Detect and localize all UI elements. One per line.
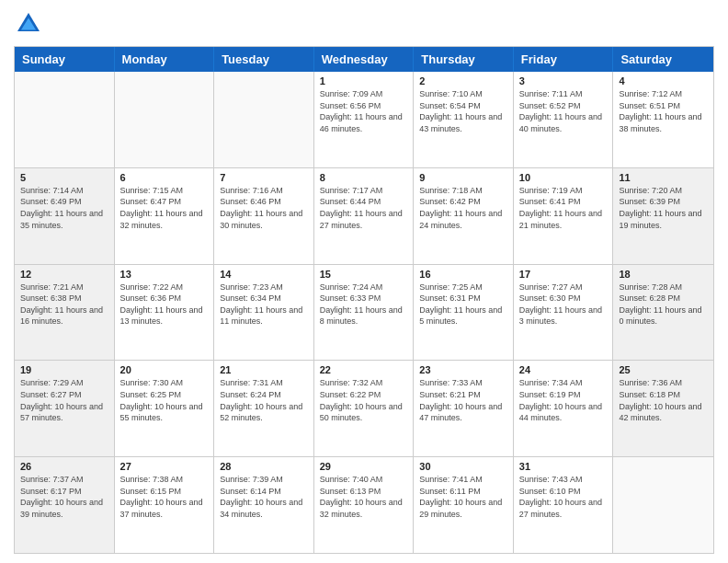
cell-info: Sunrise: 7:34 AM Sunset: 6:19 PM Dayligh… — [519, 377, 608, 423]
cell-info: Sunrise: 7:16 AM Sunset: 6:46 PM Dayligh… — [220, 185, 308, 231]
day-cell-31: 31Sunrise: 7:43 AM Sunset: 6:10 PM Dayli… — [514, 457, 614, 553]
cell-info: Sunrise: 7:09 AM Sunset: 6:56 PM Dayligh… — [320, 88, 408, 134]
day-cell-25: 25Sunrise: 7:36 AM Sunset: 6:18 PM Dayli… — [613, 361, 713, 456]
day-cell-28: 28Sunrise: 7:39 AM Sunset: 6:14 PM Dayli… — [214, 457, 314, 553]
day-number: 29 — [320, 461, 408, 472]
day-number: 24 — [519, 364, 608, 375]
day-header-thursday: Thursday — [414, 47, 514, 72]
day-number: 17 — [519, 269, 608, 280]
cell-info: Sunrise: 7:14 AM Sunset: 6:49 PM Dayligh… — [20, 185, 108, 231]
cell-info: Sunrise: 7:27 AM Sunset: 6:30 PM Dayligh… — [519, 282, 608, 327]
page: SundayMondayTuesdayWednesdayThursdayFrid… — [0, 0, 728, 563]
cell-info: Sunrise: 7:39 AM Sunset: 6:14 PM Dayligh… — [220, 474, 308, 520]
day-number: 1 — [320, 75, 408, 86]
day-cell-4: 4Sunrise: 7:12 AM Sunset: 6:51 PM Daylig… — [613, 72, 713, 167]
day-cell-27: 27Sunrise: 7:38 AM Sunset: 6:15 PM Dayli… — [115, 457, 215, 553]
day-cell-24: 24Sunrise: 7:34 AM Sunset: 6:19 PM Dayli… — [514, 361, 614, 456]
empty-cell-0-2 — [214, 72, 314, 167]
day-number: 21 — [220, 364, 308, 375]
cell-info: Sunrise: 7:36 AM Sunset: 6:18 PM Dayligh… — [619, 377, 708, 423]
day-number: 15 — [320, 269, 408, 280]
empty-cell-0-0 — [15, 72, 115, 167]
cell-info: Sunrise: 7:30 AM Sunset: 6:25 PM Dayligh… — [120, 377, 209, 423]
cell-info: Sunrise: 7:25 AM Sunset: 6:31 PM Dayligh… — [419, 282, 507, 327]
day-header-wednesday: Wednesday — [314, 47, 415, 72]
cell-info: Sunrise: 7:43 AM Sunset: 6:10 PM Dayligh… — [519, 474, 608, 520]
cell-info: Sunrise: 7:20 AM Sunset: 6:39 PM Dayligh… — [619, 185, 708, 231]
cell-info: Sunrise: 7:22 AM Sunset: 6:36 PM Dayligh… — [120, 282, 209, 327]
day-header-friday: Friday — [514, 47, 614, 72]
cell-info: Sunrise: 7:12 AM Sunset: 6:51 PM Dayligh… — [619, 88, 708, 134]
day-header-sunday: Sunday — [15, 47, 115, 72]
day-number: 12 — [20, 269, 108, 280]
day-number: 23 — [419, 364, 507, 375]
day-cell-7: 7Sunrise: 7:16 AM Sunset: 6:46 PM Daylig… — [214, 168, 314, 264]
day-cell-10: 10Sunrise: 7:19 AM Sunset: 6:41 PM Dayli… — [514, 168, 614, 264]
day-number: 27 — [120, 461, 209, 472]
cell-info: Sunrise: 7:38 AM Sunset: 6:15 PM Dayligh… — [120, 474, 209, 520]
day-cell-2: 2Sunrise: 7:10 AM Sunset: 6:54 PM Daylig… — [414, 72, 514, 167]
day-number: 6 — [120, 172, 209, 183]
day-cell-6: 6Sunrise: 7:15 AM Sunset: 6:47 PM Daylig… — [115, 168, 215, 264]
day-cell-18: 18Sunrise: 7:28 AM Sunset: 6:28 PM Dayli… — [613, 265, 713, 361]
day-number: 8 — [320, 172, 408, 183]
day-number: 18 — [619, 269, 708, 280]
day-cell-19: 19Sunrise: 7:29 AM Sunset: 6:27 PM Dayli… — [15, 361, 115, 456]
cell-info: Sunrise: 7:23 AM Sunset: 6:34 PM Dayligh… — [220, 282, 308, 327]
cell-info: Sunrise: 7:19 AM Sunset: 6:41 PM Dayligh… — [519, 185, 608, 231]
day-number: 22 — [320, 364, 408, 375]
day-number: 19 — [20, 364, 108, 375]
calendar-body: 1Sunrise: 7:09 AM Sunset: 6:56 PM Daylig… — [15, 72, 713, 553]
day-cell-17: 17Sunrise: 7:27 AM Sunset: 6:30 PM Dayli… — [514, 265, 614, 361]
logo — [14, 9, 47, 39]
day-cell-11: 11Sunrise: 7:20 AM Sunset: 6:39 PM Dayli… — [613, 168, 713, 264]
cell-info: Sunrise: 7:24 AM Sunset: 6:33 PM Dayligh… — [320, 282, 408, 327]
day-cell-23: 23Sunrise: 7:33 AM Sunset: 6:21 PM Dayli… — [414, 361, 514, 456]
day-cell-12: 12Sunrise: 7:21 AM Sunset: 6:38 PM Dayli… — [15, 265, 115, 361]
day-cell-13: 13Sunrise: 7:22 AM Sunset: 6:36 PM Dayli… — [115, 265, 215, 361]
day-number: 9 — [419, 172, 507, 183]
cell-info: Sunrise: 7:17 AM Sunset: 6:44 PM Dayligh… — [320, 185, 408, 231]
cell-info: Sunrise: 7:28 AM Sunset: 6:28 PM Dayligh… — [619, 282, 708, 327]
day-number: 4 — [619, 75, 708, 86]
day-number: 16 — [419, 269, 507, 280]
day-number: 3 — [519, 75, 608, 86]
cell-info: Sunrise: 7:15 AM Sunset: 6:47 PM Dayligh… — [120, 185, 209, 231]
day-number: 11 — [619, 172, 708, 183]
day-number: 25 — [619, 364, 708, 375]
day-cell-29: 29Sunrise: 7:40 AM Sunset: 6:13 PM Dayli… — [314, 457, 415, 553]
calendar: SundayMondayTuesdayWednesdayThursdayFrid… — [14, 46, 714, 554]
cell-info: Sunrise: 7:40 AM Sunset: 6:13 PM Dayligh… — [320, 474, 408, 520]
calendar-row-2: 5Sunrise: 7:14 AM Sunset: 6:49 PM Daylig… — [15, 167, 713, 264]
day-number: 13 — [120, 269, 209, 280]
day-cell-30: 30Sunrise: 7:41 AM Sunset: 6:11 PM Dayli… — [414, 457, 514, 553]
cell-info: Sunrise: 7:33 AM Sunset: 6:21 PM Dayligh… — [419, 377, 507, 423]
day-cell-9: 9Sunrise: 7:18 AM Sunset: 6:42 PM Daylig… — [414, 168, 514, 264]
day-number: 14 — [220, 269, 308, 280]
cell-info: Sunrise: 7:11 AM Sunset: 6:52 PM Dayligh… — [519, 88, 608, 134]
day-number: 31 — [519, 461, 608, 472]
calendar-row-4: 19Sunrise: 7:29 AM Sunset: 6:27 PM Dayli… — [15, 360, 713, 456]
cell-info: Sunrise: 7:41 AM Sunset: 6:11 PM Dayligh… — [419, 474, 507, 520]
day-cell-1: 1Sunrise: 7:09 AM Sunset: 6:56 PM Daylig… — [314, 72, 415, 167]
day-number: 30 — [419, 461, 507, 472]
cell-info: Sunrise: 7:18 AM Sunset: 6:42 PM Dayligh… — [419, 185, 507, 231]
day-cell-21: 21Sunrise: 7:31 AM Sunset: 6:24 PM Dayli… — [214, 361, 314, 456]
cell-info: Sunrise: 7:21 AM Sunset: 6:38 PM Dayligh… — [20, 282, 108, 327]
day-cell-15: 15Sunrise: 7:24 AM Sunset: 6:33 PM Dayli… — [314, 265, 415, 361]
logo-icon — [14, 9, 43, 39]
day-cell-20: 20Sunrise: 7:30 AM Sunset: 6:25 PM Dayli… — [115, 361, 215, 456]
header — [14, 9, 714, 39]
day-cell-14: 14Sunrise: 7:23 AM Sunset: 6:34 PM Dayli… — [214, 265, 314, 361]
day-cell-16: 16Sunrise: 7:25 AM Sunset: 6:31 PM Dayli… — [414, 265, 514, 361]
day-number: 2 — [419, 75, 507, 86]
day-cell-5: 5Sunrise: 7:14 AM Sunset: 6:49 PM Daylig… — [15, 168, 115, 264]
day-header-saturday: Saturday — [613, 47, 713, 72]
day-number: 20 — [120, 364, 209, 375]
day-cell-8: 8Sunrise: 7:17 AM Sunset: 6:44 PM Daylig… — [314, 168, 415, 264]
empty-cell-4-6 — [613, 457, 713, 553]
day-cell-26: 26Sunrise: 7:37 AM Sunset: 6:17 PM Dayli… — [15, 457, 115, 553]
cell-info: Sunrise: 7:37 AM Sunset: 6:17 PM Dayligh… — [20, 474, 108, 520]
day-cell-22: 22Sunrise: 7:32 AM Sunset: 6:22 PM Dayli… — [314, 361, 415, 456]
day-number: 10 — [519, 172, 608, 183]
